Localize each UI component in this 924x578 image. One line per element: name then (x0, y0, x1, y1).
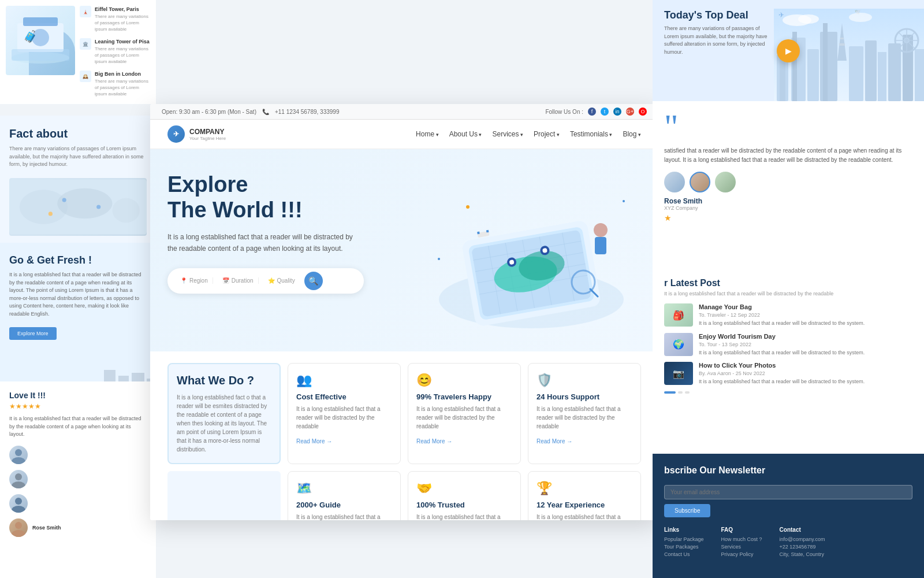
post-thumb-3: 📷 (664, 362, 693, 385)
footer-link-2[interactable]: Tour Packages (664, 544, 704, 550)
testimonial-star: ★ (664, 213, 912, 223)
latest-post-subtitle: It is a long established fact that a rea… (664, 291, 912, 297)
date-field: 📅 Duration (218, 277, 259, 284)
services-grid: What We Do ? It is a long established fa… (167, 363, 641, 464)
footer-contact-title: Contact (780, 527, 825, 533)
hero-section: Explore The World !!! It is a long estab… (150, 149, 658, 351)
cost-text: It is a long established fact that a rea… (296, 405, 392, 431)
what-title: What We Do ? (177, 373, 271, 387)
cost-title: Cost Effective (296, 392, 392, 401)
cost-read-more[interactable]: Read More → (296, 438, 332, 444)
svg-text:🧳: 🧳 (23, 29, 38, 43)
svg-rect-68 (865, 40, 877, 101)
quality-label[interactable]: Quality (277, 277, 295, 284)
post-title-1: Manage Your Bag (699, 303, 865, 310)
date-label[interactable]: Duration (232, 277, 254, 284)
explore-btn-left[interactable]: Explore More (9, 327, 57, 340)
post-thumb-1: 🎒 (664, 303, 693, 327)
svg-rect-47 (486, 230, 489, 233)
love-title: Love It !!! (9, 391, 147, 400)
avatar-1 (9, 446, 28, 464)
trusted-icon: 🤝 (416, 481, 512, 496)
play-button[interactable]: ▶ (777, 39, 800, 62)
fact-title: Fact about (9, 127, 147, 140)
avatar-3 (9, 494, 28, 513)
svg-point-18 (15, 449, 22, 456)
post-excerpt-2: It is a long established fact that a rea… (699, 349, 865, 357)
experience-title: 12 Year Experience (536, 501, 632, 509)
bottom-cards-grid: 🗺️ 2000+ Guide It is a long established … (167, 471, 641, 520)
travelers-text: It is a long established fact that a rea… (416, 405, 512, 431)
dot-active[interactable] (664, 391, 676, 394)
nav-testimonials[interactable]: Testimonials (570, 130, 613, 138)
travelers-read-more[interactable]: Read More → (416, 438, 452, 444)
nav-blog[interactable]: Blog (623, 130, 641, 138)
nav-project[interactable]: Project (534, 130, 560, 138)
post-title-3: How to Click Your Photos (699, 362, 865, 369)
footer-link-1[interactable]: Popular Package (664, 536, 704, 542)
travelers-title: 99% Travelers Happy (416, 392, 512, 401)
svg-text:✈: ✈ (778, 11, 784, 19)
fact-text: There are many variations of passages of… (9, 145, 147, 169)
nav-about[interactable]: About Us (449, 130, 482, 138)
dest-desc-1: There are many variations of passages of… (95, 13, 150, 33)
rose-smith-label: Rose Smith (32, 525, 61, 531)
social-li[interactable]: in (613, 108, 621, 116)
footer-col-faq: FAQ How much Cost ? Services Privacy Pol… (721, 527, 762, 559)
footer-faq-1[interactable]: How much Cost ? (721, 536, 762, 542)
svg-rect-46 (477, 232, 480, 235)
svg-rect-2 (23, 17, 58, 26)
top-deal-text: There are many variations of passages of… (664, 25, 768, 56)
post-item-3: 📷 How to Click Your Photos By. Ava Aaron… (664, 362, 912, 386)
footer-col-links: Links Popular Package Tour Packages Cont… (664, 527, 704, 559)
guide-title: 2000+ Guide (296, 501, 392, 509)
avatar-item-2 (9, 470, 147, 488)
social-fb[interactable]: f (588, 108, 596, 116)
top-deal-panel: Today's Top Deal There are many variatio… (653, 0, 924, 101)
avatar-item-rose: Rose Smith (9, 518, 147, 537)
trusted-text: It is a long established fact that a rea… (416, 513, 512, 520)
svg-point-48 (594, 223, 608, 237)
newsletter-input[interactable] (664, 485, 912, 499)
dest-name-2: Leaning Tower of Pisa (95, 38, 150, 46)
footer-contact-1: info@company.com (780, 536, 825, 542)
social-yt[interactable]: O (639, 108, 647, 116)
nav-home[interactable]: Home (416, 130, 439, 138)
post-info-3: How to Click Your Photos By. Ava Aaron -… (699, 362, 865, 386)
footer-faq-title: FAQ (721, 527, 762, 533)
newsletter-panel: bscribe Our Newsletter Subscribe Links P… (653, 454, 924, 578)
svg-point-19 (12, 457, 25, 464)
svg-rect-61 (807, 49, 819, 101)
social-tw[interactable]: t (601, 108, 609, 116)
nav-services[interactable]: Services (493, 130, 524, 138)
cost-effective-card: 👥 Cost Effective It is a long establishe… (288, 363, 401, 464)
svg-text:🕊️: 🕊️ (855, 9, 860, 14)
social-gp[interactable]: G+ (626, 108, 634, 116)
dot-2[interactable] (685, 391, 690, 394)
hours-text: Open: 9:30 am - 6:30 pm (Mon - Sat) (162, 109, 256, 115)
post-item-2: 🌍 Enjoy World Tourism Day To. Tour - 13 … (664, 333, 912, 357)
t-avatar-2 (690, 172, 710, 192)
footer-link-3[interactable]: Contact Us (664, 551, 704, 557)
footer-faq-3[interactable]: Privacy Policy (721, 551, 762, 557)
dot-1[interactable] (678, 391, 683, 394)
avatar-rose (9, 518, 28, 537)
svg-point-24 (15, 522, 22, 529)
latest-post-panel: r Latest Post It is a long established f… (653, 269, 924, 454)
svg-rect-62 (820, 32, 837, 101)
t-avatar-3 (715, 172, 736, 192)
region-label[interactable]: Region (189, 277, 208, 284)
footer-faq-2[interactable]: Services (721, 544, 762, 550)
hero-text: Explore The World !!! It is a long estab… (167, 172, 364, 294)
nav-links: Home About Us Services Project Testimoni… (416, 130, 641, 138)
footer-col-contact: Contact info@company.com +22 123456789 C… (780, 527, 825, 559)
navbar: ✈ COMPANY Your Tagline Here Home About U… (150, 120, 658, 149)
subscribe-button[interactable]: Subscribe (664, 504, 710, 517)
search-button[interactable]: 🔍 (304, 272, 323, 290)
spacer-card (167, 471, 281, 520)
svg-point-52 (466, 205, 470, 209)
support-read-more[interactable]: Read More → (536, 438, 572, 444)
what-body: It is a long established fact o that a r… (177, 393, 271, 454)
hero-title-line1: Explore (167, 172, 248, 197)
svg-rect-67 (849, 46, 863, 101)
